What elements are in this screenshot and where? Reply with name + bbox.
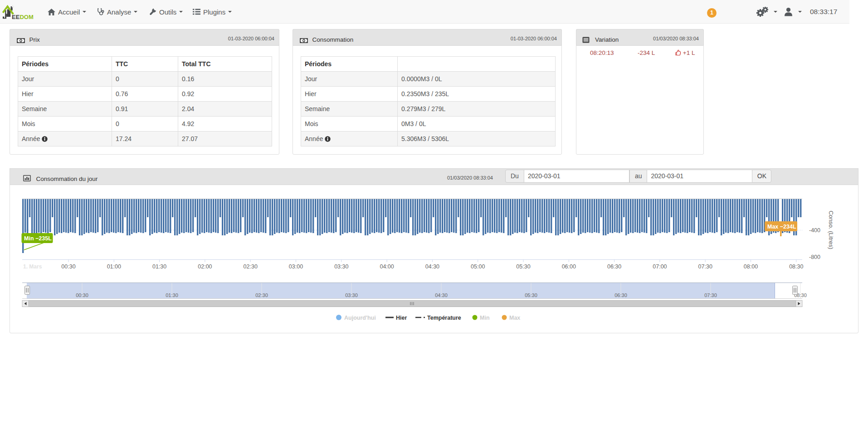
svg-text:03:00: 03:00 [289, 263, 303, 270]
svg-text:06:00: 06:00 [562, 263, 576, 270]
svg-text:Conso. (Litres): Conso. (Litres) [828, 210, 834, 249]
svg-text:Max −234L: Max −234L [767, 224, 796, 230]
svg-text:Min −235L: Min −235L [24, 235, 52, 242]
svg-text:05:00: 05:00 [471, 263, 485, 270]
svg-text:05:30: 05:30 [525, 292, 537, 298]
svg-text:08:30: 08:30 [789, 263, 803, 270]
svg-text:-800: -800 [809, 254, 820, 260]
svg-text:00:30: 00:30 [61, 263, 75, 270]
svg-text:EE: EE [12, 14, 20, 20]
svg-text:08:00: 08:00 [744, 263, 758, 270]
svg-text:04:30: 04:30 [425, 263, 439, 270]
svg-text:04:00: 04:00 [380, 263, 394, 270]
svg-text:1. Mars: 1. Mars [23, 263, 42, 270]
svg-text:07:30: 07:30 [704, 292, 717, 298]
svg-text:Min: Min [480, 315, 490, 321]
svg-text:02:30: 02:30 [255, 292, 268, 298]
svg-text:03:30: 03:30 [345, 292, 358, 298]
svg-text:07:00: 07:00 [653, 263, 667, 270]
svg-text:07:30: 07:30 [698, 263, 712, 270]
svg-text:01:00: 01:00 [107, 263, 121, 270]
svg-text:Aujourd'hui: Aujourd'hui [344, 315, 376, 321]
svg-text:01:30: 01:30 [152, 263, 166, 270]
svg-text:-400: -400 [809, 227, 820, 234]
svg-text:02:30: 02:30 [244, 263, 258, 270]
svg-text:Max: Max [509, 315, 520, 321]
svg-text:04:30: 04:30 [435, 292, 448, 298]
svg-text:05:30: 05:30 [516, 263, 530, 270]
svg-text:06:30: 06:30 [607, 263, 621, 270]
svg-text:00:30: 00:30 [76, 292, 88, 298]
svg-text:01:30: 01:30 [166, 292, 178, 298]
svg-text:03:30: 03:30 [334, 263, 348, 270]
svg-text:02:00: 02:00 [198, 263, 212, 270]
svg-text:06:30: 06:30 [614, 292, 627, 298]
svg-text:Température: Température [427, 315, 461, 321]
svg-text:DOM: DOM [20, 14, 33, 20]
svg-text:Hier: Hier [396, 315, 407, 321]
